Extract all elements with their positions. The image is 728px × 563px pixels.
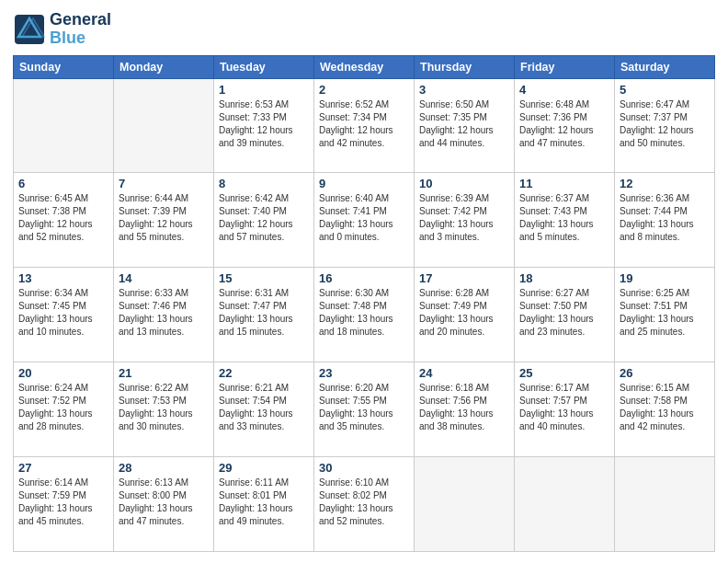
calendar-day: 17Sunrise: 6:28 AM Sunset: 7:49 PM Dayli… bbox=[415, 268, 515, 362]
calendar-day: 10Sunrise: 6:39 AM Sunset: 7:42 PM Dayli… bbox=[415, 173, 515, 268]
calendar-day: 11Sunrise: 6:37 AM Sunset: 7:43 PM Dayli… bbox=[515, 173, 615, 268]
calendar-week-row: 6Sunrise: 6:45 AM Sunset: 7:38 PM Daylig… bbox=[14, 173, 715, 268]
day-info: Sunrise: 6:20 AM Sunset: 7:55 PM Dayligh… bbox=[319, 382, 409, 433]
day-info: Sunrise: 6:30 AM Sunset: 7:48 PM Dayligh… bbox=[319, 287, 409, 339]
day-number: 30 bbox=[319, 461, 409, 475]
day-number: 7 bbox=[119, 177, 209, 190]
day-number: 10 bbox=[419, 177, 509, 190]
calendar-day bbox=[515, 457, 615, 552]
day-number: 14 bbox=[119, 271, 209, 285]
day-number: 21 bbox=[119, 366, 209, 380]
day-number: 15 bbox=[219, 271, 309, 285]
calendar-week-row: 20Sunrise: 6:24 AM Sunset: 7:52 PM Dayli… bbox=[14, 362, 715, 457]
day-info: Sunrise: 6:10 AM Sunset: 8:02 PM Dayligh… bbox=[319, 477, 409, 528]
calendar-day: 30Sunrise: 6:10 AM Sunset: 8:02 PM Dayli… bbox=[314, 457, 415, 552]
day-info: Sunrise: 6:33 AM Sunset: 7:46 PM Dayligh… bbox=[119, 287, 209, 339]
day-number: 4 bbox=[519, 83, 609, 97]
calendar-week-row: 27Sunrise: 6:14 AM Sunset: 7:59 PM Dayli… bbox=[14, 457, 715, 552]
day-number: 17 bbox=[419, 271, 509, 285]
col-thursday: Thursday bbox=[415, 55, 515, 78]
day-number: 3 bbox=[419, 83, 509, 97]
day-number: 22 bbox=[219, 366, 309, 380]
page: General Blue Sunday Monday Tuesday Wedne… bbox=[0, 0, 728, 563]
calendar-day: 15Sunrise: 6:31 AM Sunset: 7:47 PM Dayli… bbox=[214, 268, 314, 362]
calendar-day: 14Sunrise: 6:33 AM Sunset: 7:46 PM Dayli… bbox=[114, 268, 214, 362]
calendar-day: 16Sunrise: 6:30 AM Sunset: 7:48 PM Dayli… bbox=[314, 268, 415, 362]
day-number: 6 bbox=[18, 177, 108, 190]
day-info: Sunrise: 6:34 AM Sunset: 7:45 PM Dayligh… bbox=[18, 287, 108, 339]
calendar-day: 22Sunrise: 6:21 AM Sunset: 7:54 PM Dayli… bbox=[214, 362, 314, 457]
day-number: 5 bbox=[620, 83, 710, 97]
day-number: 18 bbox=[519, 271, 609, 285]
calendar-day bbox=[615, 457, 715, 552]
calendar-day: 8Sunrise: 6:42 AM Sunset: 7:40 PM Daylig… bbox=[214, 173, 314, 268]
day-info: Sunrise: 6:53 AM Sunset: 7:33 PM Dayligh… bbox=[219, 98, 309, 150]
day-number: 12 bbox=[620, 177, 710, 190]
calendar-day: 26Sunrise: 6:15 AM Sunset: 7:58 PM Dayli… bbox=[615, 362, 715, 457]
calendar-header-row: Sunday Monday Tuesday Wednesday Thursday… bbox=[14, 55, 715, 78]
calendar-day: 6Sunrise: 6:45 AM Sunset: 7:38 PM Daylig… bbox=[14, 173, 114, 268]
calendar-day: 5Sunrise: 6:47 AM Sunset: 7:37 PM Daylig… bbox=[615, 78, 715, 173]
day-info: Sunrise: 6:21 AM Sunset: 7:54 PM Dayligh… bbox=[219, 382, 309, 433]
calendar-day bbox=[14, 78, 114, 173]
day-info: Sunrise: 6:36 AM Sunset: 7:44 PM Dayligh… bbox=[620, 192, 710, 244]
col-wednesday: Wednesday bbox=[314, 55, 415, 78]
day-info: Sunrise: 6:15 AM Sunset: 7:58 PM Dayligh… bbox=[620, 382, 710, 433]
day-info: Sunrise: 6:45 AM Sunset: 7:38 PM Dayligh… bbox=[18, 192, 108, 244]
day-info: Sunrise: 6:27 AM Sunset: 7:50 PM Dayligh… bbox=[519, 287, 609, 339]
calendar-day: 12Sunrise: 6:36 AM Sunset: 7:44 PM Dayli… bbox=[615, 173, 715, 268]
day-number: 24 bbox=[419, 366, 509, 380]
day-info: Sunrise: 6:18 AM Sunset: 7:56 PM Dayligh… bbox=[419, 382, 509, 433]
day-number: 25 bbox=[519, 366, 609, 380]
calendar-day: 3Sunrise: 6:50 AM Sunset: 7:35 PM Daylig… bbox=[415, 78, 515, 173]
day-info: Sunrise: 6:31 AM Sunset: 7:47 PM Dayligh… bbox=[219, 287, 309, 339]
day-info: Sunrise: 6:47 AM Sunset: 7:37 PM Dayligh… bbox=[620, 98, 710, 150]
calendar-day bbox=[415, 457, 515, 552]
calendar-day: 7Sunrise: 6:44 AM Sunset: 7:39 PM Daylig… bbox=[114, 173, 214, 268]
day-number: 8 bbox=[219, 177, 309, 190]
calendar-day bbox=[114, 78, 214, 173]
calendar-day: 2Sunrise: 6:52 AM Sunset: 7:34 PM Daylig… bbox=[314, 78, 415, 173]
day-info: Sunrise: 6:42 AM Sunset: 7:40 PM Dayligh… bbox=[219, 192, 309, 244]
day-info: Sunrise: 6:11 AM Sunset: 8:01 PM Dayligh… bbox=[219, 477, 309, 528]
logo-text: General Blue bbox=[50, 11, 111, 48]
calendar-day: 9Sunrise: 6:40 AM Sunset: 7:41 PM Daylig… bbox=[314, 173, 415, 268]
calendar-table: Sunday Monday Tuesday Wednesday Thursday… bbox=[13, 55, 715, 552]
col-sunday: Sunday bbox=[14, 55, 114, 78]
day-info: Sunrise: 6:25 AM Sunset: 7:51 PM Dayligh… bbox=[620, 287, 710, 339]
calendar-day: 18Sunrise: 6:27 AM Sunset: 7:50 PM Dayli… bbox=[515, 268, 615, 362]
calendar-day: 20Sunrise: 6:24 AM Sunset: 7:52 PM Dayli… bbox=[14, 362, 114, 457]
calendar-day: 13Sunrise: 6:34 AM Sunset: 7:45 PM Dayli… bbox=[14, 268, 114, 362]
calendar-week-row: 1Sunrise: 6:53 AM Sunset: 7:33 PM Daylig… bbox=[14, 78, 715, 173]
calendar-day: 24Sunrise: 6:18 AM Sunset: 7:56 PM Dayli… bbox=[415, 362, 515, 457]
day-number: 16 bbox=[319, 271, 409, 285]
col-tuesday: Tuesday bbox=[214, 55, 314, 78]
day-info: Sunrise: 6:39 AM Sunset: 7:42 PM Dayligh… bbox=[419, 192, 509, 244]
logo-icon bbox=[13, 13, 46, 46]
calendar-day: 4Sunrise: 6:48 AM Sunset: 7:36 PM Daylig… bbox=[515, 78, 615, 173]
day-info: Sunrise: 6:44 AM Sunset: 7:39 PM Dayligh… bbox=[119, 192, 209, 244]
col-saturday: Saturday bbox=[615, 55, 715, 78]
calendar-week-row: 13Sunrise: 6:34 AM Sunset: 7:45 PM Dayli… bbox=[14, 268, 715, 362]
calendar-day: 27Sunrise: 6:14 AM Sunset: 7:59 PM Dayli… bbox=[14, 457, 114, 552]
calendar-day: 23Sunrise: 6:20 AM Sunset: 7:55 PM Dayli… bbox=[314, 362, 415, 457]
day-number: 26 bbox=[620, 366, 710, 380]
day-number: 1 bbox=[219, 83, 309, 97]
day-info: Sunrise: 6:40 AM Sunset: 7:41 PM Dayligh… bbox=[319, 192, 409, 244]
header: General Blue bbox=[13, 11, 715, 48]
day-number: 19 bbox=[620, 271, 710, 285]
day-info: Sunrise: 6:50 AM Sunset: 7:35 PM Dayligh… bbox=[419, 98, 509, 150]
day-info: Sunrise: 6:22 AM Sunset: 7:53 PM Dayligh… bbox=[119, 382, 209, 433]
day-number: 20 bbox=[18, 366, 108, 380]
day-info: Sunrise: 6:48 AM Sunset: 7:36 PM Dayligh… bbox=[519, 98, 609, 150]
day-info: Sunrise: 6:17 AM Sunset: 7:57 PM Dayligh… bbox=[519, 382, 609, 433]
day-info: Sunrise: 6:52 AM Sunset: 7:34 PM Dayligh… bbox=[319, 98, 409, 150]
calendar-day: 29Sunrise: 6:11 AM Sunset: 8:01 PM Dayli… bbox=[214, 457, 314, 552]
calendar-day: 28Sunrise: 6:13 AM Sunset: 8:00 PM Dayli… bbox=[114, 457, 214, 552]
day-number: 29 bbox=[219, 461, 309, 475]
calendar-day: 21Sunrise: 6:22 AM Sunset: 7:53 PM Dayli… bbox=[114, 362, 214, 457]
day-number: 9 bbox=[319, 177, 409, 190]
day-info: Sunrise: 6:14 AM Sunset: 7:59 PM Dayligh… bbox=[18, 477, 108, 528]
day-info: Sunrise: 6:13 AM Sunset: 8:00 PM Dayligh… bbox=[119, 477, 209, 528]
logo: General Blue bbox=[13, 11, 111, 48]
